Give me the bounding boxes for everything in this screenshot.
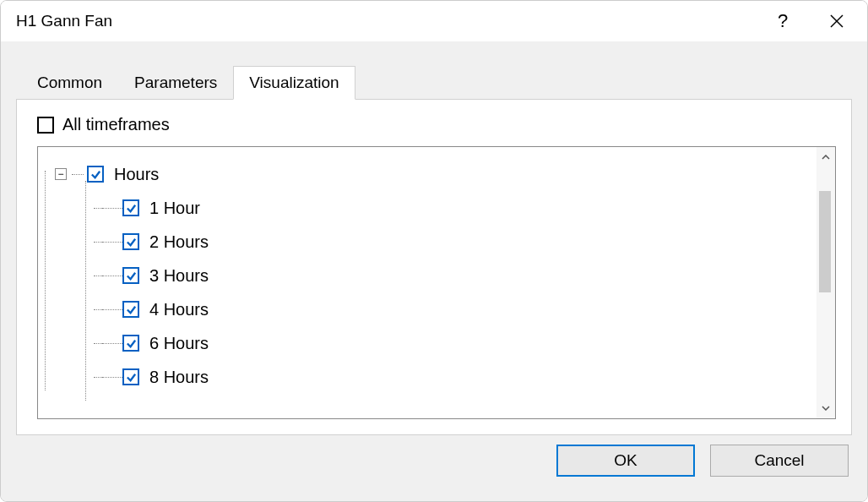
tab-panel-visualization: All timeframes − Hours <box>16 99 852 435</box>
tree-label-1hour: 1 Hour <box>149 199 200 218</box>
tree-label-8hours: 8 Hours <box>149 368 209 387</box>
checkbox-hours[interactable] <box>87 166 104 183</box>
checkbox-3hours[interactable] <box>122 267 139 284</box>
tree-label-3hours: 3 Hours <box>149 266 209 286</box>
checkbox-8hours[interactable] <box>122 368 139 385</box>
scroll-down-icon[interactable] <box>816 398 835 418</box>
all-timeframes-label: All timeframes <box>62 115 170 134</box>
check-icon <box>126 304 137 315</box>
content-area: Common Parameters Visualization All time… <box>1 41 867 501</box>
tree-node-3hours[interactable]: 3 Hours <box>55 259 813 292</box>
checkbox-6hours[interactable] <box>122 335 139 352</box>
scroll-up-icon[interactable] <box>816 147 835 167</box>
help-button[interactable]: ? <box>769 8 796 35</box>
tree-connector <box>72 174 84 175</box>
cancel-button[interactable]: Cancel <box>710 445 849 477</box>
tree-label-2hours: 2 Hours <box>149 232 209 252</box>
tabs: Common Parameters Visualization <box>16 65 852 99</box>
tree-node-2hours[interactable]: 2 Hours <box>55 225 813 259</box>
check-icon <box>126 372 137 383</box>
scroll-thumb[interactable] <box>819 191 831 292</box>
tree-label-4hours: 4 Hours <box>149 300 209 319</box>
close-button[interactable] <box>823 8 850 35</box>
dialog-title: H1 Gann Fan <box>16 12 769 30</box>
tree-node-1hour[interactable]: 1 Hour <box>55 191 813 225</box>
tab-common[interactable]: Common <box>21 66 118 100</box>
titlebar-buttons: ? <box>769 8 857 35</box>
all-timeframes-row: All timeframes <box>37 115 836 134</box>
tree-label-6hours: 6 Hours <box>149 334 209 353</box>
tab-parameters[interactable]: Parameters <box>118 66 233 100</box>
scroll-track[interactable] <box>816 167 835 398</box>
check-icon <box>90 169 101 180</box>
tree-node-4hours[interactable]: 4 Hours <box>55 292 813 326</box>
checkbox-2hours[interactable] <box>122 233 139 250</box>
checkbox-1hour[interactable] <box>122 199 139 216</box>
close-icon <box>830 14 844 28</box>
check-icon <box>126 237 137 248</box>
check-icon <box>126 338 137 349</box>
tree-scroll-area: − Hours 1 Hour <box>38 147 816 418</box>
tree-connector-line <box>45 171 46 390</box>
tree-node-6hours[interactable]: 6 Hours <box>55 326 813 360</box>
all-timeframes-checkbox[interactable] <box>37 117 54 134</box>
tree-node-8hours[interactable]: 8 Hours <box>55 360 813 394</box>
dialog-window: H1 Gann Fan ? Common Parameters Visualiz… <box>0 0 868 502</box>
tree-label-hours: Hours <box>114 165 159 184</box>
timeframe-tree: − Hours 1 Hour <box>37 146 836 419</box>
expander-icon[interactable]: − <box>55 168 67 180</box>
check-icon <box>126 203 137 214</box>
check-icon <box>126 270 137 281</box>
checkbox-4hours[interactable] <box>122 301 139 318</box>
dialog-buttons: OK Cancel <box>16 435 852 486</box>
titlebar: H1 Gann Fan ? <box>1 1 867 41</box>
ok-button[interactable]: OK <box>556 445 695 477</box>
tree-node-hours[interactable]: − Hours <box>55 157 813 191</box>
tree-scrollbar[interactable] <box>816 147 835 418</box>
tab-visualization[interactable]: Visualization <box>233 66 355 100</box>
